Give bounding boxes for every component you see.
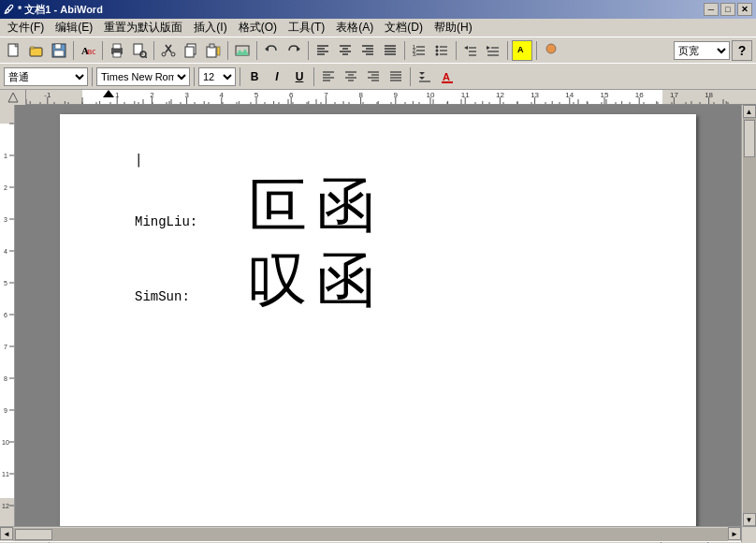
align-right-fmt-button[interactable] (363, 66, 384, 87)
document-area[interactable]: | MingLiu: 叵 函 SimSun: 叹 函 (15, 105, 741, 526)
mingliu-char1: 叵 (247, 176, 307, 236)
svg-point-18 (171, 52, 175, 56)
save-button[interactable] (49, 40, 69, 61)
titlebar-left: 🖊 * 文档1 - AbiWord (4, 3, 103, 17)
justify-button[interactable] (380, 40, 400, 61)
new-button[interactable] (4, 40, 24, 61)
svg-point-66 (546, 44, 556, 53)
toolbar2: 普通 Times New Roman 12 B I U A (0, 64, 756, 90)
align-center-button[interactable] (335, 40, 356, 61)
style-select[interactable]: 普通 (4, 67, 88, 86)
print-preview-button[interactable] (129, 40, 150, 61)
new-icon (7, 43, 22, 58)
horizontal-ruler (26, 90, 756, 105)
line-spacing-button[interactable] (414, 66, 435, 87)
menu-edit[interactable]: 编辑(E) (50, 18, 98, 37)
justify-fmt-button[interactable] (385, 66, 406, 87)
italic-button[interactable]: I (267, 66, 287, 87)
svg-rect-5 (55, 44, 61, 49)
menu-table[interactable]: 表格(A) (330, 18, 379, 37)
menu-file[interactable]: 文件(F) (2, 18, 50, 37)
horizontal-scrollbar[interactable]: ◄ ► (0, 526, 756, 541)
align-center-fmt-button[interactable] (341, 66, 361, 87)
image-icon (235, 43, 250, 58)
separator8 (456, 41, 457, 60)
svg-rect-87 (442, 81, 453, 83)
scroll-left-button[interactable]: ◄ (0, 527, 13, 540)
cut-button[interactable] (158, 40, 179, 61)
open-button[interactable] (26, 40, 47, 61)
svg-marker-83 (419, 72, 425, 75)
svg-rect-23 (217, 47, 220, 55)
scroll-track[interactable] (743, 118, 756, 513)
scroll-down-button[interactable]: ▼ (743, 513, 756, 526)
svg-marker-56 (464, 46, 468, 50)
menu-format[interactable]: 格式(O) (233, 18, 283, 37)
view-select[interactable]: 页宽 (674, 41, 730, 60)
simsun-char2: 函 (316, 251, 376, 311)
svg-marker-84 (419, 77, 425, 80)
outdent-button[interactable] (460, 40, 481, 61)
separator9 (507, 41, 508, 60)
vertical-scrollbar[interactable]: ▲ ▼ (741, 105, 756, 526)
scroll-right-button[interactable]: ► (728, 527, 741, 540)
document-page[interactable]: | MingLiu: 叵 函 SimSun: 叹 函 (60, 114, 696, 526)
bullets-button[interactable] (431, 40, 452, 61)
minimize-button[interactable]: ─ (704, 3, 719, 16)
align-left-fmt-button[interactable] (318, 66, 339, 87)
text-cursor: | (135, 152, 142, 167)
separator4 (227, 41, 228, 60)
undo-button[interactable] (261, 40, 282, 61)
close-button[interactable]: ✕ (737, 3, 752, 16)
menu-reset[interactable]: 重置为默认版面 (98, 18, 188, 37)
separator10 (536, 41, 537, 60)
size-select[interactable]: 12 (198, 67, 236, 86)
scroll-up-button[interactable]: ▲ (743, 105, 756, 118)
spell-check-button[interactable]: ABC (78, 40, 98, 61)
simsun-line: SimSun: 叹 函 (135, 251, 621, 311)
bullets-icon (434, 43, 449, 58)
color-text-button[interactable]: A (437, 66, 458, 87)
bold-button[interactable]: B (244, 66, 265, 87)
highlight-icon: A (515, 43, 530, 58)
align-center-icon (338, 43, 353, 58)
numbering-button[interactable]: 1.2.3. (409, 40, 429, 61)
svg-point-54 (436, 52, 439, 55)
menu-help[interactable]: 帮助(H) (429, 18, 478, 37)
svg-marker-88 (8, 93, 18, 102)
menu-tools[interactable]: 工具(T) (283, 18, 330, 37)
align-right-icon (360, 43, 375, 58)
redo-button[interactable] (284, 40, 304, 61)
highlight-button[interactable]: A (512, 40, 532, 61)
underline-button[interactable]: U (289, 66, 310, 87)
copy-button[interactable] (181, 40, 201, 61)
preview-icon (132, 43, 147, 58)
menu-doc[interactable]: 文档(D) (379, 18, 429, 37)
color-button[interactable] (541, 40, 561, 61)
align-right-button[interactable] (357, 40, 378, 61)
h-scroll-track[interactable] (13, 528, 728, 541)
mingliu-label: MingLiu: (135, 214, 247, 229)
redo-icon (286, 43, 301, 58)
h-scroll-thumb[interactable] (15, 529, 52, 540)
svg-rect-6 (54, 51, 64, 56)
image-button[interactable] (232, 40, 253, 61)
font-select[interactable]: Times New Roman (96, 67, 190, 86)
titlebar-right: ─ □ ✕ (704, 3, 752, 16)
separator3 (153, 41, 154, 60)
print-button[interactable] (107, 40, 127, 61)
separator2 (102, 41, 103, 60)
scroll-thumb[interactable] (744, 120, 755, 157)
svg-marker-60 (487, 46, 490, 50)
paste-button[interactable] (203, 40, 224, 61)
ruler-area (0, 90, 756, 105)
align-left-button[interactable] (313, 40, 333, 61)
help-button[interactable]: ? (732, 40, 752, 61)
simsun-chars: 叹 函 (247, 251, 376, 311)
menu-insert[interactable]: 插入(I) (188, 18, 232, 37)
indent-icon (486, 43, 501, 58)
maximize-button[interactable]: □ (720, 3, 735, 16)
indent-button[interactable] (483, 40, 503, 61)
align-left-icon (315, 43, 330, 58)
app-icon: 🖊 (4, 4, 14, 15)
